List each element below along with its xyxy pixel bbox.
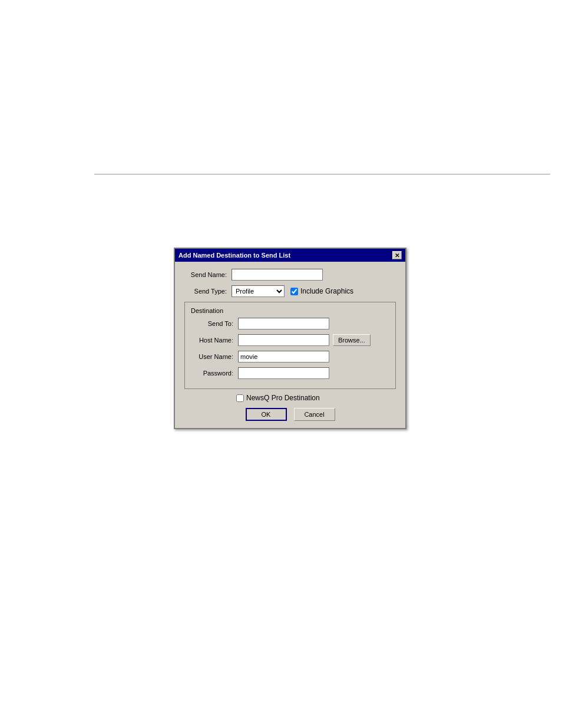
password-label: Password: [191, 370, 238, 377]
send-to-label: Send To: [191, 320, 238, 327]
destination-legend: Destination [191, 307, 389, 314]
browse-button[interactable]: Browse... [333, 334, 371, 346]
newsq-checkbox[interactable] [236, 394, 244, 402]
password-input[interactable] [238, 367, 329, 379]
dialog-title: Add Named Destination to Send List [178, 252, 290, 259]
destination-group: Destination Send To: Host Name: Browse..… [184, 302, 396, 389]
dialog-titlebar: Add Named Destination to Send List ✕ [175, 249, 405, 262]
newsq-label: NewsQ Pro Destination [246, 394, 320, 402]
send-to-row: Send To: [191, 318, 389, 330]
send-to-input[interactable] [238, 318, 329, 330]
password-row: Password: [191, 367, 389, 379]
cancel-button[interactable]: Cancel [294, 408, 335, 421]
buttons-row: OK Cancel [184, 408, 396, 421]
user-name-input[interactable] [238, 351, 329, 363]
newsq-row: NewsQ Pro Destination [184, 394, 396, 402]
send-type-row: Send Type: Profile FTP Email Include Gra… [184, 285, 396, 297]
include-graphics-label: Include Graphics [300, 287, 353, 295]
user-name-label: User Name: [191, 353, 238, 360]
user-name-row: User Name: [191, 351, 389, 363]
dialog-window: Add Named Destination to Send List ✕ Sen… [174, 248, 406, 429]
include-graphics-checkbox[interactable] [290, 288, 298, 295]
dialog-body: Send Name: Send Type: Profile FTP Email … [175, 262, 405, 428]
send-type-select[interactable]: Profile FTP Email [232, 285, 285, 297]
host-name-row: Host Name: Browse... [191, 334, 389, 346]
host-name-label: Host Name: [191, 337, 238, 344]
horizontal-divider [94, 174, 550, 174]
close-button[interactable]: ✕ [392, 251, 402, 259]
send-name-label: Send Name: [184, 271, 232, 278]
send-name-input[interactable] [232, 269, 323, 281]
host-name-input[interactable] [238, 334, 329, 346]
send-type-label: Send Type: [184, 288, 232, 295]
send-name-row: Send Name: [184, 269, 396, 281]
ok-button[interactable]: OK [246, 408, 287, 421]
include-graphics-area: Include Graphics [290, 287, 353, 295]
